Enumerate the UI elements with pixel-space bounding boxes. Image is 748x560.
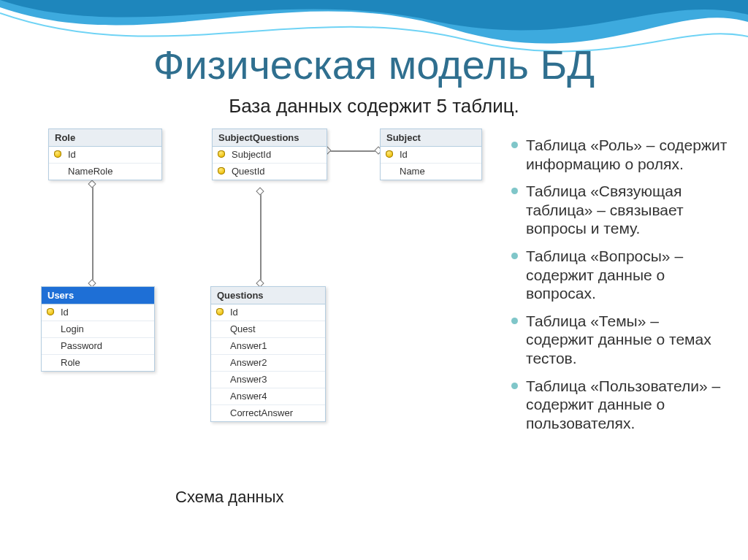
table-subjectquestions: SubjectQuestions SubjectId QuestId: [212, 129, 327, 180]
connector-end-icon: [256, 187, 264, 195]
table-header: Users: [42, 287, 154, 304]
list-item: Таблица «Роль» – содержит информацию о р…: [508, 136, 728, 173]
column-answer4: Answer4: [211, 388, 325, 405]
column-answer1: Answer1: [211, 338, 325, 355]
connector-sq-questions: [260, 190, 262, 285]
column-namerole: NameRole: [49, 164, 161, 180]
connector-role-users: [92, 183, 94, 285]
table-header: SubjectQuestions: [213, 129, 327, 147]
diagram-caption: Схема данных: [175, 488, 284, 507]
slide-title: Физическая модель БД: [0, 41, 748, 88]
connector-sq-subject: [327, 150, 378, 152]
column-name: Name: [381, 164, 481, 180]
column-role: Role: [42, 355, 154, 371]
slide-subtitle: База данных содержит 5 таблиц.: [0, 95, 748, 118]
column-answer2: Answer2: [211, 355, 325, 372]
column-correctanswer: CorrectAnswer: [211, 405, 325, 421]
list-item: Таблица «Связующая таблица» – связывает …: [508, 182, 728, 238]
column-id: Id: [42, 304, 154, 321]
list-item: Таблица «Темы» – содержит данные о темах…: [508, 312, 728, 368]
table-header: Role: [49, 129, 161, 147]
column-quest: Quest: [211, 321, 325, 338]
description-list: Таблица «Роль» – содержит информацию о р…: [508, 136, 728, 442]
table-role: Role Id NameRole: [48, 129, 162, 180]
column-id: Id: [381, 147, 481, 164]
column-id: Id: [211, 304, 325, 321]
list-item: Таблица «Вопросы» – содержит данные о во…: [508, 247, 728, 303]
table-questions: Questions Id Quest Answer1 Answer2 Answe…: [210, 286, 326, 422]
column-password: Password: [42, 338, 154, 355]
table-header: Questions: [211, 287, 325, 304]
column-questid: QuestId: [213, 164, 327, 180]
column-subjectid: SubjectId: [213, 147, 327, 164]
connector-end-icon: [88, 180, 96, 188]
list-item: Таблица «Пользователи» – содержит данные…: [508, 377, 728, 433]
table-users: Users Id Login Password Role: [41, 286, 155, 372]
table-subject: Subject Id Name: [380, 129, 482, 180]
column-login: Login: [42, 321, 154, 338]
column-id: Id: [49, 147, 161, 164]
table-header: Subject: [381, 129, 481, 147]
column-answer3: Answer3: [211, 372, 325, 388]
schema-diagram: Role Id NameRole SubjectQuestions Subjec…: [41, 124, 486, 489]
